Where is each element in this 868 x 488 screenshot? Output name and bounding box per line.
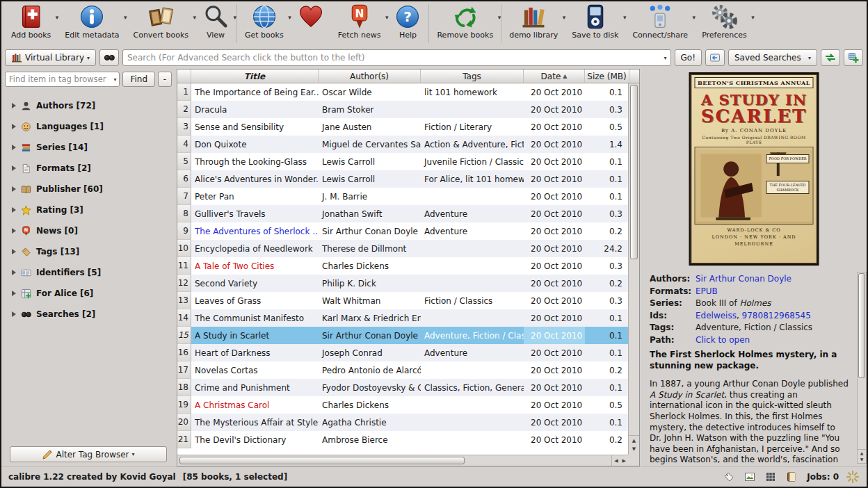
cell-size[interactable]: 0.2 xyxy=(585,222,629,240)
cell-tags[interactable]: Adventure xyxy=(421,344,524,361)
cell-date[interactable]: 20 Oct 2010 xyxy=(524,222,585,240)
cell-title[interactable]: The Communist Manifesto xyxy=(191,309,319,327)
cell-title[interactable]: A Christmas Carol xyxy=(191,396,319,414)
horizontal-scrollbar[interactable]: ◀▶ xyxy=(177,455,629,466)
cell-tags[interactable] xyxy=(421,188,524,205)
cell-tags[interactable] xyxy=(421,414,524,431)
cell-authors[interactable]: Sir Arthur Conan Doyle xyxy=(319,222,421,240)
book-row[interactable]: 11A Tale of Two CitiesCharles Dickens20 … xyxy=(177,257,629,275)
cell-date[interactable]: 20 Oct 2010 xyxy=(524,327,585,344)
cell-authors[interactable]: Jonathan Swift xyxy=(319,205,421,222)
cell-tags[interactable]: Adventure, Fiction / Clas... xyxy=(421,327,524,344)
cell-size[interactable]: 0.1 xyxy=(585,414,629,431)
scroll-down-icon[interactable]: ▼ xyxy=(860,456,864,463)
cell-date[interactable]: 20 Oct 2010 xyxy=(524,257,585,275)
book-row[interactable]: 20The Mysterious Affair at StylesAgatha … xyxy=(177,414,629,431)
cell-size[interactable]: 24.2 xyxy=(585,240,629,257)
column-header-tags[interactable]: Tags xyxy=(421,70,524,83)
cell-title[interactable]: Heart of Darkness xyxy=(191,344,319,361)
book-row[interactable]: 3Sense and SensibilityJane AustenFiction… xyxy=(177,118,629,136)
advanced-search-button[interactable] xyxy=(99,49,119,66)
book-row[interactable]: 12Second VarietyPhilip K. Dick20 Oct 201… xyxy=(177,275,629,292)
cell-date[interactable]: 20 Oct 2010 xyxy=(524,240,585,257)
cell-tags[interactable] xyxy=(421,275,524,292)
cell-authors[interactable]: Walt Whitman xyxy=(319,292,421,309)
cell-authors[interactable]: Charles Dickens xyxy=(319,257,421,275)
cell-tags[interactable]: For Alice, lit 101 homework xyxy=(421,170,524,188)
tag-browser-item-news[interactable]: News [0] xyxy=(5,220,172,241)
tag-browser-toggle-button[interactable] xyxy=(721,469,737,485)
id-isbn-link[interactable]: 9780812968545 xyxy=(742,311,811,320)
cell-size[interactable]: 0.2 xyxy=(585,361,629,379)
cell-size[interactable]: 0.1 xyxy=(585,188,629,205)
toolbar-button-add-books[interactable]: ▾Add books xyxy=(4,2,58,40)
cell-size[interactable]: 0.1 xyxy=(585,83,629,101)
cell-size[interactable]: 0.1 xyxy=(585,344,629,361)
toolbar-button-edit-metadata[interactable]: ▾Edit metadata xyxy=(58,2,126,40)
cell-authors[interactable]: Lewis Carroll xyxy=(319,170,421,188)
cell-tags[interactable]: Fiction / Classics xyxy=(421,292,524,309)
scroll-left-icon[interactable]: ◀ xyxy=(614,458,618,464)
cell-date[interactable]: 20 Oct 2010 xyxy=(524,414,585,431)
book-row[interactable]: 14The Communist ManifestoKarl Marx & Fri… xyxy=(177,309,629,327)
book-row[interactable]: 19A Christmas CarolCharles Dickens20 Oct… xyxy=(177,396,629,414)
cell-tags[interactable] xyxy=(421,361,524,379)
find-input[interactable] xyxy=(9,74,112,84)
cell-title[interactable]: Through the Looking-Glass xyxy=(191,153,319,170)
scroll-right-icon[interactable]: ▶ xyxy=(622,458,626,464)
cell-authors[interactable]: Joseph Conrad xyxy=(319,344,421,361)
cell-title[interactable]: Alice's Adventures in Wonder... xyxy=(191,170,319,188)
cell-tags[interactable]: lit 101 homework xyxy=(421,83,524,101)
cell-size[interactable]: 0.3 xyxy=(585,257,629,275)
authors-link[interactable]: Sir Arthur Conan Doyle xyxy=(696,273,849,286)
expand-arrow-icon[interactable] xyxy=(12,165,16,171)
book-row[interactable]: 21The Devil's DictionaryAmbrose Bierce20… xyxy=(177,431,629,448)
alter-tag-browser-button[interactable]: Alter Tag Browser ▾ xyxy=(10,446,167,462)
cell-authors[interactable]: Karl Marx & Friedrich Eng... xyxy=(319,309,421,327)
toolbar-button-connect-share[interactable]: ▾Connect/share xyxy=(625,2,695,40)
path-link[interactable]: Click to open xyxy=(696,334,849,347)
book-row[interactable]: 10Encyclopedia of NeedleworkTherese de D… xyxy=(177,240,629,257)
cell-date[interactable]: 20 Oct 2010 xyxy=(524,136,585,153)
cell-size[interactable]: 0.5 xyxy=(585,118,629,136)
cell-authors[interactable]: Miguel de Cervantes Saa... xyxy=(319,136,421,153)
cell-title[interactable]: A Tale of Two Cities xyxy=(191,257,319,275)
book-cover[interactable]: BEETON'S CHRISTMAS ANNUAL A STUDY IN SCA… xyxy=(689,72,819,266)
column-header-authors[interactable]: Author(s) xyxy=(319,70,421,83)
cell-authors[interactable]: Bram Stoker xyxy=(319,101,421,118)
cell-authors[interactable]: Agatha Christie xyxy=(319,414,421,431)
expand-arrow-icon[interactable] xyxy=(12,311,16,317)
cell-tags[interactable] xyxy=(421,431,524,448)
cell-size[interactable]: 0.1 xyxy=(585,170,629,188)
cell-size[interactable]: 0.3 xyxy=(585,292,629,309)
find-dropdown-arrow-icon[interactable]: ▾ xyxy=(112,76,118,83)
cell-size[interactable]: 0.5 xyxy=(585,396,629,414)
book-details-toggle-button[interactable] xyxy=(783,469,800,485)
book-row[interactable]: 2DraculaBram Stoker20 Oct 20100.3 xyxy=(177,101,629,118)
toolbar-button-convert-books[interactable]: ▾Convert books xyxy=(126,2,195,40)
collapse-all-button[interactable]: - xyxy=(158,72,172,87)
cell-authors[interactable]: Philip K. Dick xyxy=(319,275,421,292)
cell-title[interactable]: Sense and Sensibility xyxy=(191,118,319,136)
cell-tags[interactable] xyxy=(421,257,524,275)
toolbar-button-remove-books[interactable]: ▾Remove books xyxy=(430,2,500,40)
cell-date[interactable]: 20 Oct 2010 xyxy=(524,431,585,448)
book-row[interactable]: 17Novelas CortasPedro Antonio de Alarcón… xyxy=(177,361,629,379)
expand-arrow-icon[interactable] xyxy=(12,270,16,275)
cell-title[interactable]: The Adventures of Sherlock ... xyxy=(191,222,319,240)
saved-searches-dropdown[interactable]: Saved Searches ▾ xyxy=(728,49,817,66)
tag-browser-item-tags[interactable]: Tags [13] xyxy=(5,241,172,262)
cell-authors[interactable]: Sir Arthur Conan Doyle xyxy=(319,327,421,344)
cell-size[interactable]: 0.1 xyxy=(585,379,629,396)
jobs-spinner-icon[interactable] xyxy=(846,470,860,484)
cell-authors[interactable]: Fyodor Dostoyevsky & G... xyxy=(319,379,421,396)
expand-arrow-icon[interactable] xyxy=(12,145,16,150)
cell-title[interactable]: Encyclopedia of Needlework xyxy=(191,240,319,257)
book-row[interactable]: 9The Adventures of Sherlock ...Sir Arthu… xyxy=(177,222,629,240)
book-row[interactable]: 5Through the Looking-GlassLewis CarrollJ… xyxy=(177,153,629,170)
format-epub-link[interactable]: EPUB xyxy=(696,286,849,298)
cell-size[interactable]: 0.3 xyxy=(585,101,629,118)
cell-authors[interactable]: Oscar Wilde xyxy=(319,83,421,101)
tag-browser-item-formats[interactable]: Formats [2] xyxy=(5,158,172,179)
book-row[interactable]: 7Peter PanJ. M. Barrie20 Oct 20100.1 xyxy=(177,188,629,205)
